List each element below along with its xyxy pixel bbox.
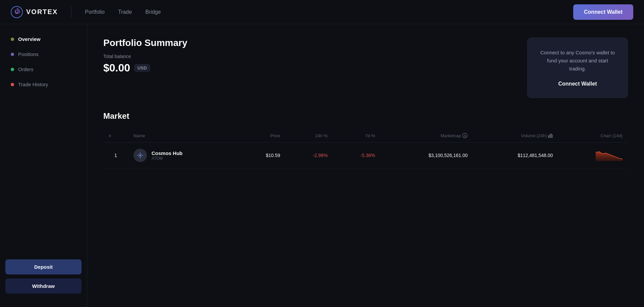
row-marketcap: $3,100,526,161.00 — [380, 143, 473, 168]
main-content: Portfolio Summary Total balance $0.00 US… — [87, 24, 644, 307]
asset-name: Cosmos Hub — [152, 150, 183, 156]
col-24h: 24h % — [285, 129, 333, 143]
balance-row: $0.00 USD — [103, 62, 187, 74]
row-asset: Cosmos Hub ATOM — [128, 143, 239, 168]
svg-point-11 — [140, 157, 141, 158]
marketcap-icon: S — [462, 133, 468, 138]
sidebar-nav: Overview Positions Orders Trade History — [0, 32, 87, 91]
sidebar-item-label-trade-history: Trade History — [18, 82, 48, 87]
svg-rect-3 — [548, 135, 549, 138]
asset-info: Cosmos Hub ATOM — [152, 150, 183, 161]
col-price: Price — [239, 129, 286, 143]
volume-bar-icon — [548, 133, 553, 138]
wallet-card-connect-link[interactable]: Connect Wallet — [558, 81, 597, 87]
sidebar-item-label-overview: Overview — [18, 36, 41, 42]
header-right: Connect Wallet — [573, 4, 633, 20]
table-row[interactable]: 1 — [103, 143, 628, 168]
wallet-card-text: Connect to any Cosmo's wallet to fund yo… — [540, 49, 615, 73]
svg-rect-4 — [549, 134, 550, 138]
sidebar-item-label-positions: Positions — [18, 51, 39, 57]
market-table: # Name Price 24h % 7d % Marketcap S — [103, 129, 628, 168]
atom-icon — [133, 149, 147, 162]
svg-rect-6 — [552, 135, 553, 138]
deposit-button[interactable]: Deposit — [5, 259, 82, 274]
sidebar-item-label-orders: Orders — [18, 66, 34, 72]
currency-badge: USD — [134, 64, 150, 72]
withdraw-button[interactable]: Withdraw — [5, 278, 82, 294]
balance-amount: $0.00 — [103, 62, 130, 74]
row-price: $10.59 — [239, 143, 286, 168]
market-table-head: # Name Price 24h % 7d % Marketcap S — [103, 129, 628, 143]
logo-text: VORTEX — [26, 8, 58, 16]
row-rank: 1 — [103, 143, 128, 168]
nav-portfolio[interactable]: Portfolio — [85, 9, 105, 15]
row-volume: $112,481,548.00 — [473, 143, 558, 168]
svg-point-10 — [142, 155, 143, 156]
portfolio-left: Portfolio Summary Total balance $0.00 US… — [103, 38, 187, 74]
sidebar-item-trade-history[interactable]: Trade History — [5, 78, 82, 91]
row-chart — [558, 143, 628, 168]
logo-area: VORTEX — [11, 6, 58, 18]
nav-trade[interactable]: Trade — [118, 9, 132, 15]
svg-point-12 — [137, 155, 138, 156]
svg-marker-13 — [596, 152, 623, 161]
main-layout: Overview Positions Orders Trade History … — [0, 24, 644, 307]
header: VORTEX Portfolio Trade Bridge Connect Wa… — [0, 0, 644, 24]
overview-dot — [11, 38, 14, 41]
trade-history-dot — [11, 83, 14, 86]
sidebar-item-positions[interactable]: Positions — [5, 47, 82, 61]
wallet-connect-card: Connect to any Cosmo's wallet to fund yo… — [527, 38, 628, 98]
nav-divider — [71, 6, 71, 18]
col-rank: # — [103, 129, 128, 143]
vortex-logo-icon — [11, 6, 23, 18]
portfolio-title: Portfolio Summary — [103, 38, 187, 48]
volume-header: Volume (24h) — [521, 133, 553, 138]
connect-wallet-button[interactable]: Connect Wallet — [573, 4, 633, 20]
asset-ticker: ATOM — [152, 156, 183, 161]
nav-bridge[interactable]: Bridge — [145, 9, 161, 15]
sidebar-item-orders[interactable]: Orders — [5, 62, 82, 76]
positions-dot — [11, 53, 14, 56]
sidebar-bottom: Deposit Withdraw — [0, 254, 87, 299]
market-table-body: 1 — [103, 143, 628, 168]
asset-cell: Cosmos Hub ATOM — [133, 149, 234, 162]
col-chart: Chart (14d) — [558, 129, 628, 143]
main-nav: Portfolio Trade Bridge — [85, 9, 161, 15]
col-name: Name — [128, 129, 239, 143]
svg-point-8 — [139, 155, 141, 156]
balance-label: Total balance — [103, 54, 187, 59]
svg-text:S: S — [464, 134, 466, 138]
market-section: Market # Name Price 24h % 7d % Marketcap — [103, 111, 628, 168]
market-table-header-row: # Name Price 24h % 7d % Marketcap S — [103, 129, 628, 143]
row-24h: -2.98% — [285, 143, 333, 168]
mini-chart-atom — [596, 149, 623, 161]
market-title: Market — [103, 111, 628, 121]
col-volume: Volume (24h) — [473, 129, 558, 143]
orders-dot — [11, 68, 14, 71]
sidebar-item-overview[interactable]: Overview — [5, 32, 82, 46]
sidebar: Overview Positions Orders Trade History … — [0, 24, 87, 307]
portfolio-summary: Portfolio Summary Total balance $0.00 US… — [103, 38, 628, 98]
marketcap-header: Marketcap S — [441, 133, 468, 138]
col-marketcap: Marketcap S — [380, 129, 473, 143]
col-7d: 7d % — [333, 129, 381, 143]
svg-rect-5 — [551, 134, 552, 138]
row-7d: -5.36% — [333, 143, 381, 168]
svg-point-9 — [140, 153, 141, 154]
